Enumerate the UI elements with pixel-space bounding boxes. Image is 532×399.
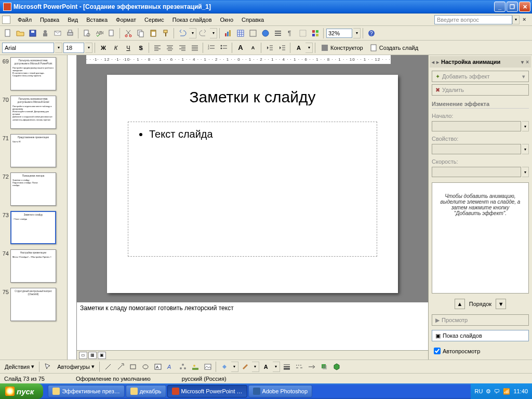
font-color-button[interactable]: A: [293, 42, 304, 54]
arrow-style-button[interactable]: [306, 361, 317, 373]
increase-font-button[interactable]: A: [235, 42, 246, 54]
redo-button[interactable]: [197, 28, 209, 39]
expand-all-button[interactable]: [272, 28, 284, 39]
numbering-button[interactable]: 12: [206, 42, 217, 54]
menu-format[interactable]: Формат: [112, 15, 140, 24]
autoshapes-button[interactable]: Автофигуры ▾: [55, 361, 97, 373]
font-box[interactable]: Arial: [2, 43, 54, 53]
shadow-button[interactable]: S: [135, 42, 147, 54]
taskpane-menu-icon[interactable]: ▾: [521, 59, 524, 65]
wordart-button[interactable]: A: [165, 361, 176, 373]
property-select[interactable]: [432, 144, 521, 154]
fill-dropdown[interactable]: ▾: [231, 362, 238, 372]
slideshow-button[interactable]: ▣ Показ слайдов: [432, 330, 529, 341]
fontcolor-draw-dropdown[interactable]: ▾: [273, 362, 280, 372]
sorter-view-button[interactable]: ▦: [88, 352, 97, 359]
arrow-button[interactable]: [115, 361, 126, 373]
rectangle-button[interactable]: [127, 361, 139, 373]
thumbnail-73[interactable]: 73Заметки к слайду• Текст слайда: [1, 211, 66, 244]
thumb-preview[interactable]: Помощники лектораЗаметки к слайдуПодгото…: [10, 172, 56, 206]
align-justify-button[interactable]: [189, 42, 201, 54]
format-painter-button[interactable]: [160, 28, 171, 39]
shadow-style-button[interactable]: [318, 361, 330, 373]
thumbnail-69[interactable]: 69Пользуясь возможностями, доступными в …: [1, 57, 66, 90]
undo-dropdown[interactable]: ▾: [189, 28, 196, 38]
thumb-preview[interactable]: Пользуясь возможностями, доступными в Mi…: [10, 57, 56, 90]
insert-hyperlink-button[interactable]: [260, 28, 271, 39]
slide-canvas[interactable]: Заметки к слайду Текст слайда: [107, 75, 398, 293]
new-button[interactable]: [2, 28, 14, 39]
doc-close-button[interactable]: ×: [523, 16, 530, 23]
menu-tools[interactable]: Сервис: [140, 15, 168, 24]
slide-bullet[interactable]: Текст слайда: [149, 128, 367, 140]
menu-slideshow[interactable]: Показ слайдов: [168, 15, 216, 24]
email-button[interactable]: [52, 28, 63, 39]
font-color-draw-button[interactable]: A: [260, 361, 272, 373]
close-button[interactable]: ✕: [519, 2, 530, 12]
autopreview-checkbox[interactable]: Автопросмотр: [432, 347, 529, 355]
font-color-dropdown[interactable]: ▾: [305, 43, 313, 53]
menu-insert[interactable]: Вставка: [82, 15, 112, 24]
slideshow-view-button[interactable]: ▣: [98, 352, 106, 359]
help-question-dropdown[interactable]: ▾: [512, 15, 520, 24]
speed-select[interactable]: [432, 167, 521, 177]
thumb-preview[interactable]: Пользуясь возможностями, доступными в Mi…: [10, 96, 56, 129]
tables-borders-button[interactable]: [247, 28, 259, 39]
oval-button[interactable]: [140, 361, 151, 373]
thumb-preview[interactable]: Настройка презентацииМеню «Слайды» - «На…: [10, 249, 56, 283]
slide-pane[interactable]: Заметки к слайду Текст слайда: [77, 64, 428, 301]
taskbar-item-2[interactable]: Microsoft PowerPoint …: [167, 385, 247, 397]
speed-dropdown[interactable]: ▾: [522, 167, 529, 177]
order-up-button[interactable]: ▲: [455, 299, 465, 309]
tray-icon[interactable]: 📶: [503, 388, 510, 395]
align-center-button[interactable]: [164, 42, 176, 54]
preview-button[interactable]: ▶ Просмотр: [432, 314, 529, 326]
delete-effect-button[interactable]: ✖ Удалить: [432, 84, 529, 96]
slide-title[interactable]: Заметки к слайду: [128, 88, 377, 106]
maximize-button[interactable]: ❐: [507, 2, 518, 12]
thumb-preview[interactable]: Представление презентацииЧасть IV: [10, 134, 56, 167]
undo-button[interactable]: [177, 28, 188, 39]
redo-dropdown[interactable]: ▾: [210, 28, 217, 38]
zoom-dropdown[interactable]: ▾: [353, 28, 361, 38]
italic-button[interactable]: К: [110, 42, 122, 54]
dash-style-button[interactable]: [294, 361, 305, 373]
designer-button[interactable]: Конструктор: [318, 42, 366, 54]
open-button[interactable]: [15, 28, 26, 39]
thumb-preview[interactable]: Структурный контрольный вопрос (CheckAll…: [10, 288, 56, 321]
start-button[interactable]: пуск: [0, 383, 43, 399]
tray-icon[interactable]: 🗩: [494, 388, 500, 394]
help-button[interactable]: ?: [366, 28, 377, 39]
taskbar-item-3[interactable]: Adobe Photoshop: [248, 385, 312, 397]
clipart-button[interactable]: [190, 361, 201, 373]
property-dropdown[interactable]: ▾: [522, 144, 529, 154]
print-button[interactable]: [64, 28, 76, 39]
diagram-button[interactable]: [177, 361, 189, 373]
help-question-box[interactable]: Введите вопрос: [434, 15, 512, 24]
line-button[interactable]: [102, 361, 114, 373]
menu-help[interactable]: Справка: [237, 15, 268, 24]
thumbnail-74[interactable]: 74Настройка презентацииМеню «Слайды» - «…: [1, 249, 66, 283]
tray-icon[interactable]: ⚙: [486, 388, 491, 395]
autopreview-input[interactable]: [434, 348, 441, 354]
font-dropdown[interactable]: ▾: [55, 43, 62, 53]
bullets-button[interactable]: [218, 42, 230, 54]
cut-button[interactable]: [123, 28, 134, 39]
insert-picture-button[interactable]: [202, 361, 214, 373]
show-grid-button[interactable]: [297, 28, 309, 39]
menu-window[interactable]: Окно: [216, 15, 238, 24]
order-down-button[interactable]: ▼: [496, 299, 506, 309]
menu-view[interactable]: Вид: [63, 15, 82, 24]
linecolor-dropdown[interactable]: ▾: [252, 362, 259, 372]
underline-button[interactable]: Ч: [123, 42, 134, 54]
bold-button[interactable]: Ж: [98, 42, 109, 54]
color-button[interactable]: [310, 28, 321, 39]
copy-button[interactable]: [135, 28, 147, 39]
zoom-box[interactable]: 32%: [326, 29, 352, 38]
actions-button[interactable]: Действия ▾: [2, 361, 37, 373]
spelling-button[interactable]: ABC: [94, 28, 105, 39]
normal-view-button[interactable]: ▭: [79, 352, 87, 359]
show-formatting-button[interactable]: ¶: [285, 28, 296, 39]
paste-button[interactable]: [148, 28, 159, 39]
fontsize-dropdown[interactable]: ▾: [85, 43, 92, 53]
